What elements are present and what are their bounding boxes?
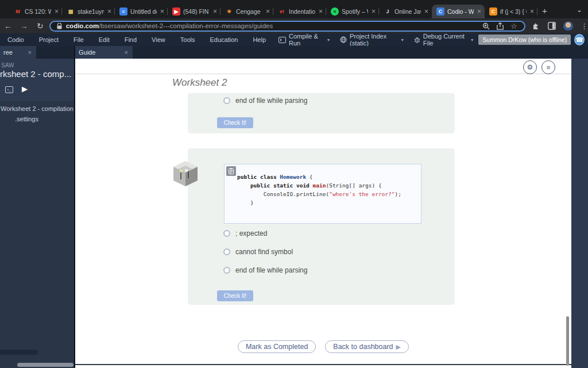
vertical-scrollbar[interactable] [566,316,569,366]
phone-call-button[interactable]: ☎ [574,34,585,45]
compile-run-button[interactable]: Compile & Run ▾ [273,33,335,47]
mark-as-completed-button[interactable]: Mark as Completed [238,340,316,353]
radio-button[interactable] [223,97,230,104]
side-panel-icon[interactable] [548,22,556,30]
answer-option[interactable]: end of file while parsing [223,266,307,274]
radio-button[interactable] [223,267,230,274]
menu-item-help[interactable]: Help [245,33,273,46]
gmail-favicon: M [14,7,22,16]
answer-option[interactable]: cannot find symbol [223,248,307,256]
code-lines: public class Homework { public static vo… [237,172,401,207]
tab-close-icon[interactable]: × [319,7,323,16]
debug-button[interactable]: Debug Current File ▾ [409,33,479,47]
youtube-favicon: ▶ [172,7,180,16]
copy-clipboard-button[interactable] [226,166,236,176]
assessment-3d-icon [172,160,199,187]
guide-tab[interactable]: Guide × [75,46,133,59]
code-line: public static void main(String[] args) { [237,181,401,190]
menu-item-edit[interactable]: Edit [91,33,117,46]
bug-icon [414,36,420,43]
browser-tab-youtube[interactable]: ▶(548) FIN 3× [168,5,220,18]
tree-item[interactable]: Worksheet 2 - compilation erro [0,103,74,114]
file-tree: Worksheet 2 - compilation erro.settings [0,103,74,124]
browser-tab-drive-file[interactable]: ▤stake1uymr× [62,5,115,18]
menu-item-find[interactable]: Find [117,33,144,46]
browser-tab-google-docs[interactable]: ≡Untitled doc× [115,5,168,18]
profile-avatar[interactable] [563,21,573,31]
codio-menubar: CodioProjectFileEditFindViewToolsEducati… [0,33,588,46]
mark-as-completed-label: Mark as Completed [246,343,308,351]
chevron-down-icon: ▾ [471,37,473,43]
new-tab-button[interactable]: + [542,6,547,16]
tab-search-chevron-icon[interactable]: ⌄ [577,6,582,14]
back-to-dashboard-button[interactable]: Back to dashboard ▶ [325,340,409,353]
project-index-button[interactable]: Project Index (static) ▾ [335,33,409,47]
answer-option[interactable]: end of file while parsing [223,97,307,105]
menu-item-file[interactable]: File [66,33,91,46]
check-it-button[interactable]: Check It! [217,117,253,128]
tab-close-icon[interactable]: × [107,7,111,16]
filetree-tab[interactable]: ree × [0,46,36,59]
google-docs-favicon: ≡ [119,7,127,16]
forward-button[interactable]: → [16,21,32,30]
answer-option[interactable]: ; expected [223,229,307,237]
tab-close-icon[interactable]: × [160,7,164,16]
radio-button[interactable] [223,248,230,255]
menu-item-education[interactable]: Education [202,33,245,46]
reload-button[interactable]: ↻ [32,21,48,30]
panel-tab-row: ree × Guide × [0,46,588,59]
back-to-dashboard-label: Back to dashboard [333,343,393,351]
tab-close-icon[interactable]: × [213,7,217,16]
bookmark-star-icon[interactable]: ☆ [510,22,517,30]
check-it-button[interactable]: Check It! [217,290,253,301]
browser-tab-c-compiler[interactable]: Cif (j < 3) { C× [485,5,537,18]
back-button[interactable]: ← [0,21,16,30]
browser-tab-cengage[interactable]: ✳Cengage Di× [220,5,273,18]
tab-close-icon[interactable]: × [266,7,270,16]
terminal-icon[interactable]: >_ [5,86,13,93]
tab-close-icon[interactable]: × [530,7,534,16]
settings-gear-button[interactable]: ⚙ [523,60,537,74]
zoom-icon[interactable] [482,22,490,30]
tab-title: (548) FIN 3 [183,8,210,15]
project-owner-badge: SAW [1,62,14,68]
browser-tab-codio[interactable]: CCodio - Wor× [432,5,485,18]
tab-close-icon[interactable]: × [55,7,59,16]
tab-close-icon[interactable]: × [372,7,376,16]
codio-menubar-right: Compile & Run ▾ Project Index (static) ▾… [273,33,588,47]
tab-title: Untitled doc [130,8,157,15]
address-bar[interactable]: codio.com/bsersaw/worksheet-2---compilat… [49,21,525,32]
right-strip-top [571,46,588,59]
share-icon[interactable] [497,22,504,30]
option-label: ; expected [235,229,267,237]
code-line: } [237,198,401,207]
extensions-puzzle-icon[interactable] [532,22,540,30]
browser-tab-online-java[interactable]: JOnline Java× [379,5,432,18]
summon-drkow-button[interactable]: Summon DrKow (who is offline) [478,34,571,45]
menu-item-view[interactable]: View [144,33,173,46]
tab-close-icon[interactable]: × [477,7,481,16]
radio-button[interactable] [223,230,230,237]
project-title: rksheet 2 - comp... [0,69,71,79]
toc-list-button[interactable]: ≡ [541,60,555,74]
lock-icon [57,23,62,29]
browser-tab-spotify[interactable]: ≈Spotify – W× [326,5,379,18]
filetree-sidebar: SAW rksheet 2 - comp... >_ ▶ Worksheet 2… [0,59,74,368]
browser-menu-icon[interactable]: ⋮ [581,22,588,30]
tab-title: Codio - Wor [447,8,474,15]
menu-item-tools[interactable]: Tools [173,33,203,46]
tab-title: Indentation [289,8,315,15]
right-collapsed-panel [571,59,588,368]
menu-item-codio[interactable]: Codio [0,33,32,46]
close-icon[interactable]: × [28,49,32,56]
horizontal-scrollbar[interactable] [17,363,74,367]
close-icon[interactable]: × [125,49,128,56]
browser-tab-e-learning[interactable]: e!Indentation× [273,5,326,18]
run-play-button[interactable]: ▶ [22,85,28,93]
browser-tab-gmail[interactable]: MCS 120: We× [9,5,62,18]
cengage-favicon: ✳ [225,7,233,16]
guide-panel: ⚙ ≡ Worksheet 2 end of file while parsin… [75,59,571,368]
tree-item[interactable]: .settings [0,114,74,124]
tab-close-icon[interactable]: × [424,7,428,16]
menu-item-project[interactable]: Project [32,33,66,46]
